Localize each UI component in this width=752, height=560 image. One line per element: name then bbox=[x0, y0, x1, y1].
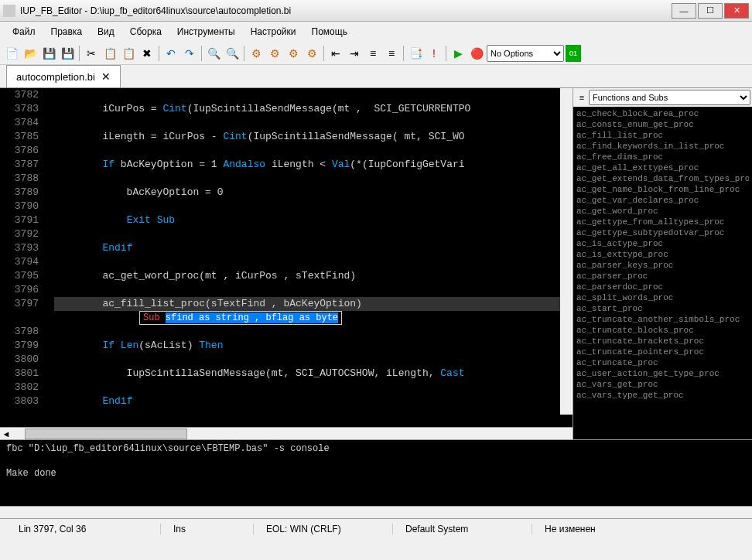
save-all-icon[interactable]: 💾 bbox=[59, 45, 76, 62]
menu-help[interactable]: Помощь bbox=[306, 23, 354, 40]
symbol-item[interactable]: ac_user_action_get_type_proc bbox=[576, 368, 749, 379]
toggle-icon[interactable]: 01 bbox=[566, 45, 581, 62]
uncomment-icon[interactable]: ≡ bbox=[383, 45, 400, 62]
status-charset: Default System bbox=[393, 524, 532, 534]
undo-icon[interactable]: ↶ bbox=[162, 45, 179, 62]
symbol-item[interactable]: ac_vars_get_proc bbox=[576, 379, 749, 390]
menu-edit[interactable]: Правка bbox=[45, 23, 89, 40]
symbol-item[interactable]: ac_split_words_proc bbox=[576, 292, 749, 303]
cut-icon[interactable]: ✂ bbox=[83, 45, 100, 62]
debug-icon[interactable]: 🔴 bbox=[468, 45, 485, 62]
symbols-list[interactable]: ac_check_block_area_procac_consts_enum_g… bbox=[573, 107, 752, 439]
side-panel-icon: ≡ bbox=[575, 93, 589, 102]
symbol-item[interactable]: ac_start_proc bbox=[576, 303, 749, 314]
redo-icon[interactable]: ↷ bbox=[181, 45, 198, 62]
symbol-item[interactable]: ac_free_dims_proc bbox=[576, 152, 749, 162]
symbol-item[interactable]: ac_gettype_subtypedotvar_proc bbox=[576, 227, 749, 238]
open-file-icon[interactable]: 📂 bbox=[22, 45, 39, 62]
close-button[interactable]: ✕ bbox=[724, 3, 749, 19]
indent-right-icon[interactable]: ⇥ bbox=[346, 45, 363, 62]
status-modified: Не изменен bbox=[532, 524, 608, 534]
tab-close-icon[interactable]: ✕ bbox=[101, 70, 111, 83]
symbol-item[interactable]: ac_truncate_proc bbox=[576, 357, 749, 368]
run-icon[interactable]: ▶ bbox=[449, 45, 467, 62]
new-file-icon[interactable]: 📄 bbox=[3, 45, 20, 62]
editor-hscroll[interactable]: ◄ bbox=[0, 427, 573, 439]
tab-label: autocompletion.bi bbox=[16, 71, 95, 83]
indent-left-icon[interactable]: ⇤ bbox=[327, 45, 344, 62]
menu-build[interactable]: Сборка bbox=[124, 23, 168, 40]
toolbar: 📄 📂 💾 💾 ✂ 📋 📋 ✖ ↶ ↷ 🔍 🔍 ⚙ ⚙ ⚙ ⚙ ⇤ ⇥ ≡ ≡ … bbox=[0, 42, 752, 65]
symbol-item[interactable]: ac_consts_enum_get_proc bbox=[576, 119, 749, 130]
symbol-item[interactable]: ac_is_exttype_proc bbox=[576, 249, 749, 260]
menu-file[interactable]: Файл bbox=[6, 23, 42, 40]
tab-active[interactable]: autocompletion.bi ✕ bbox=[6, 65, 121, 87]
menubar: Файл Правка Вид Сборка Инструменты Настр… bbox=[0, 22, 752, 42]
statusbar: Lin 3797, Col 36 Ins EOL: WIN (CRLF) Def… bbox=[0, 518, 752, 538]
symbol-item[interactable]: ac_truncate_pointers_proc bbox=[576, 347, 749, 357]
symbol-item[interactable]: ac_parser_keys_proc bbox=[576, 260, 749, 271]
symbol-item[interactable]: ac_vars_type_get_proc bbox=[576, 390, 749, 401]
symbol-item[interactable]: ac_truncate_blocks_proc bbox=[576, 325, 749, 336]
symbols-filter-select[interactable]: Functions and Subs bbox=[589, 90, 750, 105]
status-position: Lin 3797, Col 36 bbox=[6, 524, 161, 534]
titlebar: IUP_FB_Editor - D:\iup_fb_editor64linux\… bbox=[0, 0, 752, 22]
build-options-select[interactable]: No Options bbox=[487, 45, 564, 62]
symbol-item[interactable]: ac_get_name_block_from_line_proc bbox=[576, 184, 749, 195]
tool-icon-2[interactable]: ⚙ bbox=[266, 45, 283, 62]
line-gutter: 3782378337843785378637873788378937903791… bbox=[0, 88, 46, 408]
copy-icon[interactable]: 📋 bbox=[101, 45, 118, 62]
tool-icon-4[interactable]: ⚙ bbox=[303, 45, 320, 62]
save-icon[interactable]: 💾 bbox=[40, 45, 57, 62]
replace-icon[interactable]: 🔍 bbox=[224, 45, 241, 62]
symbol-item[interactable]: ac_get_all_exttypes_proc bbox=[576, 162, 749, 173]
tool-icon-3[interactable]: ⚙ bbox=[285, 45, 302, 62]
symbol-item[interactable]: ac_get_word_proc bbox=[576, 206, 749, 217]
editor-vscroll[interactable] bbox=[560, 88, 573, 415]
console-scrollbar[interactable] bbox=[0, 506, 752, 518]
symbol-item[interactable]: ac_check_block_area_proc bbox=[576, 108, 749, 119]
signature-tooltip: Sub sfind as string , bflag as byte bbox=[139, 311, 342, 325]
comment-icon[interactable]: ≡ bbox=[364, 45, 381, 62]
symbol-item[interactable]: ac_is_actype_proc bbox=[576, 238, 749, 249]
window-title: IUP_FB_Editor - D:\iup_fb_editor64linux\… bbox=[20, 5, 672, 16]
symbol-item[interactable]: ac_truncate_brackets_proc bbox=[576, 336, 749, 347]
minimize-button[interactable]: — bbox=[672, 3, 696, 19]
tool-icon-1[interactable]: ⚙ bbox=[248, 45, 265, 62]
symbol-item[interactable]: ac_fill_list_proc bbox=[576, 130, 749, 141]
status-eol: EOL: WIN (CRLF) bbox=[254, 524, 393, 534]
symbol-item[interactable]: ac_find_keywords_in_list_proc bbox=[576, 141, 749, 152]
tab-bar: autocompletion.bi ✕ bbox=[0, 65, 752, 88]
symbol-item[interactable]: ac_parserdoc_proc bbox=[576, 282, 749, 292]
menu-settings[interactable]: Настройки bbox=[244, 23, 303, 40]
code-editor[interactable]: 3782378337843785378637873788378937903791… bbox=[0, 88, 573, 427]
maximize-button[interactable]: ☐ bbox=[698, 3, 723, 19]
find-icon[interactable]: 🔍 bbox=[205, 45, 222, 62]
menu-tools[interactable]: Инструменты bbox=[171, 23, 241, 40]
symbol-item[interactable]: ac_get_extends_data_from_types_proc bbox=[576, 173, 749, 184]
status-insert-mode: Ins bbox=[161, 524, 254, 534]
error-icon[interactable]: ! bbox=[426, 45, 443, 62]
app-icon bbox=[3, 5, 15, 17]
bookmark-icon[interactable]: 📑 bbox=[407, 45, 424, 62]
build-console[interactable]: fbc "D:\iup_fb_editor64linux\source\FBTE… bbox=[0, 439, 752, 506]
symbol-item[interactable]: ac_get_var_declares_proc bbox=[576, 195, 749, 206]
symbol-item[interactable]: ac_truncate_another_simbols_proc bbox=[576, 314, 749, 325]
symbol-item[interactable]: ac_gettype_from_alltypes_proc bbox=[576, 217, 749, 227]
paste-icon[interactable]: 📋 bbox=[120, 45, 137, 62]
delete-icon[interactable]: ✖ bbox=[138, 45, 156, 62]
menu-view[interactable]: Вид bbox=[91, 23, 121, 40]
side-panel: ≡ Functions and Subs ac_check_block_area… bbox=[573, 88, 752, 439]
symbol-item[interactable]: ac_parser_proc bbox=[576, 271, 749, 282]
